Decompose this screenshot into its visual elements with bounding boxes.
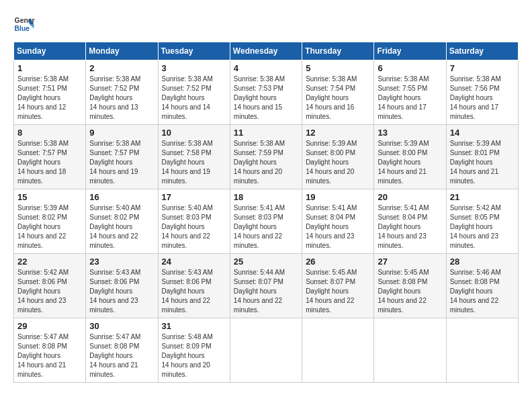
day-number: 13 xyxy=(378,128,442,138)
calendar-cell xyxy=(230,318,302,383)
day-number: 25 xyxy=(234,257,298,267)
calendar-cell: 22 Sunrise: 5:42 AMSunset: 8:06 PMDaylig… xyxy=(14,254,86,318)
calendar-cell: 7 Sunrise: 5:38 AMSunset: 7:56 PMDayligh… xyxy=(446,60,518,125)
calendar-header-row: SundayMondayTuesdayWednesdayThursdayFrid… xyxy=(14,42,519,60)
calendar-cell: 23 Sunrise: 5:43 AMSunset: 8:06 PMDaylig… xyxy=(86,254,158,318)
calendar-cell: 26 Sunrise: 5:45 AMSunset: 8:07 PMDaylig… xyxy=(302,254,374,318)
day-info: Sunrise: 5:45 AMSunset: 8:08 PMDaylight … xyxy=(378,269,429,314)
day-info: Sunrise: 5:39 AMSunset: 8:00 PMDaylight … xyxy=(378,140,429,185)
calendar-week-row: 22 Sunrise: 5:42 AMSunset: 8:06 PMDaylig… xyxy=(14,254,519,318)
day-info: Sunrise: 5:40 AMSunset: 8:02 PMDaylight … xyxy=(89,204,140,249)
calendar-cell: 28 Sunrise: 5:46 AMSunset: 8:08 PMDaylig… xyxy=(446,254,518,318)
day-number: 18 xyxy=(234,192,298,202)
day-header-tuesday: Tuesday xyxy=(158,42,230,60)
logo: General Blue xyxy=(13,13,35,35)
day-header-thursday: Thursday xyxy=(302,42,374,60)
day-info: Sunrise: 5:41 AMSunset: 8:03 PMDaylight … xyxy=(234,204,285,249)
day-info: Sunrise: 5:42 AMSunset: 8:06 PMDaylight … xyxy=(17,269,69,314)
calendar-cell: 25 Sunrise: 5:44 AMSunset: 8:07 PMDaylig… xyxy=(230,254,302,318)
calendar-cell: 3 Sunrise: 5:38 AMSunset: 7:52 PMDayligh… xyxy=(158,60,230,125)
day-info: Sunrise: 5:38 AMSunset: 7:59 PMDaylight … xyxy=(234,140,285,185)
svg-text:Blue: Blue xyxy=(15,25,30,32)
day-header-sunday: Sunday xyxy=(14,42,86,60)
calendar-cell: 9 Sunrise: 5:38 AMSunset: 7:57 PMDayligh… xyxy=(86,125,158,189)
day-number: 16 xyxy=(89,192,154,202)
day-number: 1 xyxy=(17,63,82,73)
calendar-table: SundayMondayTuesdayWednesdayThursdayFrid… xyxy=(13,42,519,383)
calendar-cell: 19 Sunrise: 5:41 AMSunset: 8:04 PMDaylig… xyxy=(302,189,374,254)
calendar-cell: 21 Sunrise: 5:42 AMSunset: 8:05 PMDaylig… xyxy=(446,189,518,254)
day-info: Sunrise: 5:41 AMSunset: 8:04 PMDaylight … xyxy=(378,204,429,249)
day-info: Sunrise: 5:43 AMSunset: 8:06 PMDaylight … xyxy=(162,269,213,314)
calendar-cell: 12 Sunrise: 5:39 AMSunset: 8:00 PMDaylig… xyxy=(302,125,374,189)
calendar-cell: 16 Sunrise: 5:40 AMSunset: 8:02 PMDaylig… xyxy=(86,189,158,254)
calendar-cell: 30 Sunrise: 5:47 AMSunset: 8:08 PMDaylig… xyxy=(86,318,158,383)
day-number: 9 xyxy=(89,128,154,138)
calendar-week-row: 15 Sunrise: 5:39 AMSunset: 8:02 PMDaylig… xyxy=(14,189,519,254)
day-info: Sunrise: 5:38 AMSunset: 7:56 PMDaylight … xyxy=(450,75,501,120)
day-number: 31 xyxy=(162,321,226,331)
day-info: Sunrise: 5:44 AMSunset: 8:07 PMDaylight … xyxy=(234,269,285,314)
day-number: 26 xyxy=(306,257,370,267)
calendar-cell: 20 Sunrise: 5:41 AMSunset: 8:04 PMDaylig… xyxy=(374,189,446,254)
calendar-cell xyxy=(446,318,518,383)
day-info: Sunrise: 5:42 AMSunset: 8:05 PMDaylight … xyxy=(450,204,501,249)
day-info: Sunrise: 5:40 AMSunset: 8:03 PMDaylight … xyxy=(162,204,213,249)
day-number: 30 xyxy=(89,321,154,331)
calendar-cell xyxy=(374,318,446,383)
day-info: Sunrise: 5:47 AMSunset: 8:08 PMDaylight … xyxy=(89,333,140,378)
day-info: Sunrise: 5:39 AMSunset: 8:00 PMDaylight … xyxy=(306,140,357,185)
day-info: Sunrise: 5:39 AMSunset: 8:02 PMDaylight … xyxy=(17,204,69,249)
logo-icon: General Blue xyxy=(13,13,35,35)
day-number: 7 xyxy=(450,63,515,73)
calendar-cell: 5 Sunrise: 5:38 AMSunset: 7:54 PMDayligh… xyxy=(302,60,374,125)
calendar-cell: 31 Sunrise: 5:48 AMSunset: 8:09 PMDaylig… xyxy=(158,318,230,383)
calendar-cell: 4 Sunrise: 5:38 AMSunset: 7:53 PMDayligh… xyxy=(230,60,302,125)
calendar-cell: 13 Sunrise: 5:39 AMSunset: 8:00 PMDaylig… xyxy=(374,125,446,189)
day-info: Sunrise: 5:38 AMSunset: 7:52 PMDaylight … xyxy=(162,75,213,120)
day-info: Sunrise: 5:48 AMSunset: 8:09 PMDaylight … xyxy=(162,333,213,378)
calendar-cell: 24 Sunrise: 5:43 AMSunset: 8:06 PMDaylig… xyxy=(158,254,230,318)
day-number: 6 xyxy=(378,63,442,73)
day-info: Sunrise: 5:38 AMSunset: 7:58 PMDaylight … xyxy=(162,140,213,185)
calendar-cell: 1 Sunrise: 5:38 AMSunset: 7:51 PMDayligh… xyxy=(14,60,86,125)
day-number: 21 xyxy=(450,192,515,202)
day-number: 28 xyxy=(450,257,515,267)
calendar-cell: 8 Sunrise: 5:38 AMSunset: 7:57 PMDayligh… xyxy=(14,125,86,189)
day-info: Sunrise: 5:38 AMSunset: 7:54 PMDaylight … xyxy=(306,75,357,120)
calendar-cell: 6 Sunrise: 5:38 AMSunset: 7:55 PMDayligh… xyxy=(374,60,446,125)
calendar-cell xyxy=(302,318,374,383)
day-number: 2 xyxy=(89,63,154,73)
calendar-cell: 17 Sunrise: 5:40 AMSunset: 8:03 PMDaylig… xyxy=(158,189,230,254)
calendar-cell: 2 Sunrise: 5:38 AMSunset: 7:52 PMDayligh… xyxy=(86,60,158,125)
calendar-week-row: 1 Sunrise: 5:38 AMSunset: 7:51 PMDayligh… xyxy=(14,60,519,125)
day-number: 3 xyxy=(162,63,226,73)
page-header: General Blue xyxy=(13,13,519,35)
day-number: 24 xyxy=(162,257,226,267)
calendar-cell: 29 Sunrise: 5:47 AMSunset: 8:08 PMDaylig… xyxy=(14,318,86,383)
day-info: Sunrise: 5:38 AMSunset: 7:52 PMDaylight … xyxy=(89,75,140,120)
day-info: Sunrise: 5:41 AMSunset: 8:04 PMDaylight … xyxy=(306,204,357,249)
day-info: Sunrise: 5:38 AMSunset: 7:55 PMDaylight … xyxy=(378,75,429,120)
calendar-cell: 10 Sunrise: 5:38 AMSunset: 7:58 PMDaylig… xyxy=(158,125,230,189)
calendar-cell: 11 Sunrise: 5:38 AMSunset: 7:59 PMDaylig… xyxy=(230,125,302,189)
day-info: Sunrise: 5:45 AMSunset: 8:07 PMDaylight … xyxy=(306,269,357,314)
day-number: 12 xyxy=(306,128,370,138)
day-info: Sunrise: 5:38 AMSunset: 7:51 PMDaylight … xyxy=(17,75,69,120)
day-number: 10 xyxy=(162,128,226,138)
day-number: 17 xyxy=(162,192,226,202)
day-number: 8 xyxy=(17,128,82,138)
day-number: 19 xyxy=(306,192,370,202)
day-info: Sunrise: 5:39 AMSunset: 8:01 PMDaylight … xyxy=(450,140,501,185)
day-info: Sunrise: 5:46 AMSunset: 8:08 PMDaylight … xyxy=(450,269,501,314)
day-header-saturday: Saturday xyxy=(446,42,518,60)
calendar-cell: 14 Sunrise: 5:39 AMSunset: 8:01 PMDaylig… xyxy=(446,125,518,189)
day-number: 5 xyxy=(306,63,370,73)
calendar-cell: 27 Sunrise: 5:45 AMSunset: 8:08 PMDaylig… xyxy=(374,254,446,318)
day-number: 29 xyxy=(17,321,82,331)
day-info: Sunrise: 5:38 AMSunset: 7:53 PMDaylight … xyxy=(234,75,285,120)
day-number: 15 xyxy=(17,192,82,202)
day-info: Sunrise: 5:47 AMSunset: 8:08 PMDaylight … xyxy=(17,333,69,378)
calendar-cell: 18 Sunrise: 5:41 AMSunset: 8:03 PMDaylig… xyxy=(230,189,302,254)
day-number: 11 xyxy=(234,128,298,138)
